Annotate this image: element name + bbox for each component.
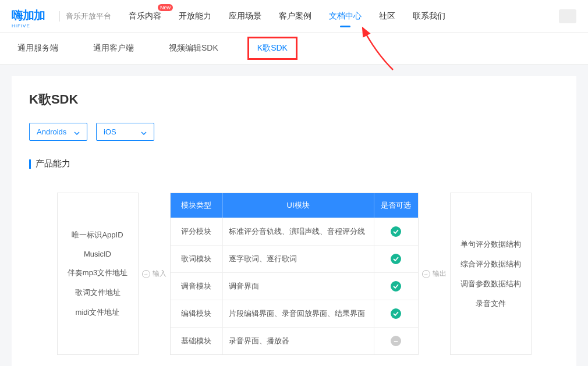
td-opt <box>374 273 418 300</box>
check-icon <box>391 226 401 237</box>
modules-table: 模块类型 UI模块 是否可选 评分模块 标准评分音轨线、演唱声线、音程评分线 歌… <box>170 193 419 355</box>
platform-selectors: Androids iOS <box>29 123 559 141</box>
page-title: K歌SDK <box>29 91 559 108</box>
logo-area: 嗨加加 HIFIVE 音乐开放平台 <box>12 8 111 25</box>
main-header: 嗨加加 HIFIVE 音乐开放平台 音乐内容 New 开放能力 应用场景 客户案… <box>0 0 588 33</box>
nav-label: 文档中心 <box>329 11 362 20</box>
nav-cases[interactable]: 客户案例 <box>279 1 311 32</box>
td-ui: 录音界面、播放器 <box>223 328 374 354</box>
logo-subtitle: HIFIVE <box>12 23 54 29</box>
inputs-box: 唯一标识AppID MusicID 伴奏mp3文件地址 歌词文件地址 midi文… <box>57 193 139 355</box>
nav-scenarios[interactable]: 应用场景 <box>229 1 261 32</box>
check-icon <box>391 281 401 292</box>
subnav-label: K歌SDK <box>257 43 288 52</box>
sub-nav: 通用服务端 通用客户端 视频编辑SDK K歌SDK <box>0 33 588 65</box>
logo[interactable]: 嗨加加 HIFIVE <box>12 8 54 25</box>
td-opt <box>374 246 418 272</box>
nav-music-content[interactable]: 音乐内容 New <box>129 1 161 32</box>
td-type: 评分模块 <box>171 218 223 245</box>
td-opt <box>374 218 418 245</box>
nav-label: 音乐内容 <box>129 11 161 20</box>
subnav-label: 通用服务端 <box>17 43 58 52</box>
input-item: midi文件地址 <box>67 307 129 318</box>
nav-label: 社区 <box>379 11 395 20</box>
logo-icon: 嗨加加 HIFIVE <box>12 8 54 25</box>
table-row: 编辑模块 片段编辑界面、录音回放界面、结果界面 <box>171 300 418 327</box>
th-ui-module: UI模块 <box>223 193 374 218</box>
input-item: MusicID <box>67 250 129 258</box>
input-item: 歌词文件地址 <box>67 287 129 298</box>
section-bar-icon <box>29 159 31 169</box>
section-title: 产品能力 <box>29 158 559 169</box>
table-header-row: 模块类型 UI模块 是否可选 <box>171 193 418 218</box>
arrow-right-icon: → <box>422 270 430 278</box>
main-content: K歌SDK Androids iOS 产品能力 唯一标识AppID MusicI… <box>12 76 576 366</box>
main-nav: 音乐内容 New 开放能力 应用场景 客户案例 文档中心 社区 联系我们 <box>129 1 559 32</box>
nav-contact[interactable]: 联系我们 <box>413 1 445 32</box>
logo-divider <box>59 11 60 22</box>
select-ios[interactable]: iOS <box>96 123 154 141</box>
td-type: 编辑模块 <box>171 300 223 327</box>
th-module-type: 模块类型 <box>171 193 223 218</box>
user-avatar[interactable] <box>559 9 576 23</box>
check-icon <box>391 254 401 264</box>
subnav-video-sdk[interactable]: 视频编辑SDK <box>163 40 224 57</box>
check-icon <box>391 308 401 319</box>
td-opt <box>374 300 418 327</box>
output-item: 录音文件 <box>460 299 522 309</box>
table-row: 基础模块 录音界面、播放器 − <box>171 327 418 354</box>
td-ui: 片段编辑界面、录音回放界面、结果界面 <box>223 300 374 327</box>
table-row: 调音模块 调音界面 <box>171 272 418 300</box>
connector-label: 输入 <box>153 269 167 279</box>
section-title-text: 产品能力 <box>36 158 70 169</box>
td-type: 基础模块 <box>171 328 223 354</box>
subnav-server[interactable]: 通用服务端 <box>12 40 64 57</box>
input-item: 唯一标识AppID <box>67 230 129 240</box>
output-item: 调音参数数据结构 <box>460 279 522 289</box>
nav-open-ability[interactable]: 开放能力 <box>179 1 211 32</box>
chevron-down-icon <box>74 129 80 135</box>
flow-diagram: 唯一标识AppID MusicID 伴奏mp3文件地址 歌词文件地址 midi文… <box>29 193 559 355</box>
connector-label: 输出 <box>433 269 447 279</box>
arrow-right-icon: → <box>142 270 150 278</box>
table-row: 歌词模块 逐字歌词、逐行歌词 <box>171 245 418 272</box>
td-ui: 标准评分音轨线、演唱声线、音程评分线 <box>223 218 374 245</box>
select-label: iOS <box>104 127 116 136</box>
nav-docs[interactable]: 文档中心 <box>329 1 362 32</box>
dash-icon: − <box>391 336 401 346</box>
chevron-down-icon <box>141 129 147 135</box>
new-badge: New <box>158 4 173 11</box>
td-opt: − <box>374 328 418 354</box>
table-row: 评分模块 标准评分音轨线、演唱声线、音程评分线 <box>171 218 418 245</box>
subnav-client[interactable]: 通用客户端 <box>87 40 140 57</box>
output-item: 综合评分数据结构 <box>460 259 522 269</box>
th-optional: 是否可选 <box>374 193 418 218</box>
input-connector: → 输入 <box>139 193 170 355</box>
select-android[interactable]: Androids <box>29 123 87 141</box>
platform-name: 音乐开放平台 <box>66 11 111 22</box>
output-connector: → 输出 <box>419 193 450 355</box>
td-type: 调音模块 <box>171 273 223 300</box>
subnav-ksong-sdk[interactable]: K歌SDK <box>247 37 297 60</box>
subnav-label: 通用客户端 <box>93 43 134 52</box>
logo-text: 嗨加加 <box>12 9 45 22</box>
td-ui: 逐字歌词、逐行歌词 <box>223 246 374 272</box>
nav-label: 联系我们 <box>413 11 445 20</box>
nav-label: 客户案例 <box>279 11 311 20</box>
input-item: 伴奏mp3文件地址 <box>67 268 129 278</box>
nav-community[interactable]: 社区 <box>379 1 395 32</box>
nav-label: 应用场景 <box>229 11 261 20</box>
output-item: 单句评分数据结构 <box>460 239 522 250</box>
outputs-box: 单句评分数据结构 综合评分数据结构 调音参数数据结构 录音文件 <box>450 193 532 355</box>
nav-label: 开放能力 <box>179 11 211 20</box>
td-ui: 调音界面 <box>223 273 374 300</box>
td-type: 歌词模块 <box>171 246 223 272</box>
subnav-label: 视频编辑SDK <box>169 43 218 52</box>
select-label: Androids <box>37 127 66 136</box>
